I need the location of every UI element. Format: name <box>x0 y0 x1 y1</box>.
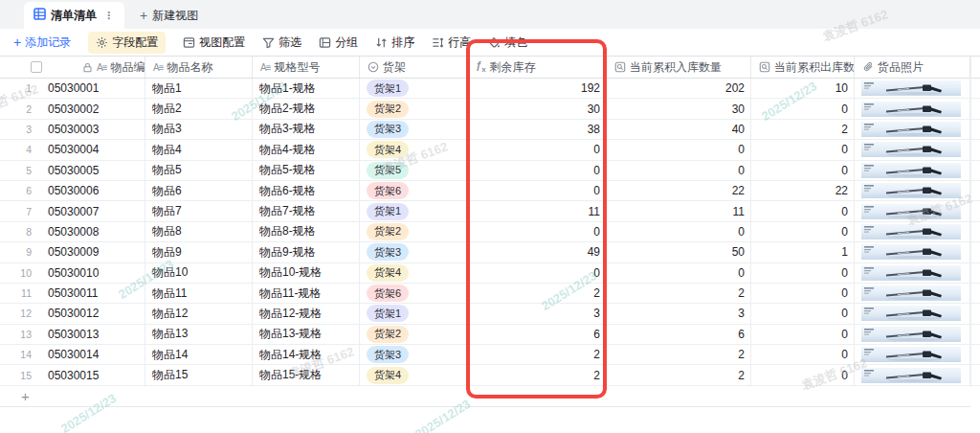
row-number[interactable]: 7 <box>0 206 32 217</box>
row-number[interactable]: 11 <box>0 287 32 299</box>
cell-spec[interactable]: 物品5-规格 <box>253 161 360 180</box>
cell-outbound-total[interactable]: 0 <box>751 99 855 118</box>
column-header-3[interactable]: A≡规格型号 <box>253 57 360 78</box>
cell-product-photo[interactable] <box>855 201 970 220</box>
product-photo-thumbnail[interactable] <box>861 183 961 198</box>
cell-remaining-stock[interactable]: 2 <box>468 284 607 303</box>
filter-button[interactable]: 筛选 <box>262 34 301 51</box>
cell-spec[interactable]: 物品8-规格 <box>253 222 360 241</box>
cell-product-photo[interactable] <box>855 140 970 159</box>
cell-remaining-stock[interactable]: 3 <box>468 304 607 323</box>
cell-outbound-total[interactable]: 0 <box>751 304 855 323</box>
product-photo-thumbnail[interactable] <box>861 142 961 157</box>
cell-outbound-total[interactable]: 0 <box>751 325 855 344</box>
cell-item-name[interactable]: 物品5 <box>145 161 253 180</box>
cell-outbound-total[interactable]: 0 <box>751 140 855 159</box>
cell-shelf[interactable]: 货架3 <box>360 120 468 139</box>
select-all-checkbox[interactable] <box>31 61 42 73</box>
cell-item-name[interactable]: 物品7 <box>145 201 253 220</box>
cell-spec[interactable]: 物品14-规格 <box>253 345 360 364</box>
product-photo-thumbnail[interactable] <box>861 327 961 342</box>
product-photo-thumbnail[interactable] <box>861 347 961 362</box>
add-row[interactable]: + <box>0 386 970 407</box>
row-number[interactable]: 2 <box>0 103 32 115</box>
cell-item-code[interactable]: 805030008 <box>0 222 145 241</box>
cell-product-photo[interactable] <box>855 79 970 98</box>
cell-outbound-total[interactable]: 0 <box>751 365 855 384</box>
fill-color-button[interactable]: 填色 <box>488 34 527 51</box>
cell-remaining-stock[interactable]: 0 <box>468 263 607 283</box>
cell-outbound-total[interactable]: 0 <box>751 345 855 364</box>
row-number[interactable]: 13 <box>0 329 32 340</box>
cell-inbound-total[interactable]: 2 <box>607 284 751 303</box>
product-photo-thumbnail[interactable] <box>861 306 961 321</box>
cell-inbound-total[interactable]: 0 <box>607 140 751 159</box>
cell-item-code[interactable]: 1305030013 <box>0 325 145 344</box>
cell-spec[interactable]: 物品10-规格 <box>253 263 360 283</box>
cell-remaining-stock[interactable]: 2 <box>468 365 607 384</box>
cell-item-code[interactable]: 1405030014 <box>0 345 145 364</box>
cell-item-code[interactable]: 705030007 <box>0 201 145 220</box>
cell-product-photo[interactable] <box>855 284 970 303</box>
cell-inbound-total[interactable]: 30 <box>607 99 751 118</box>
cell-remaining-stock[interactable]: 0 <box>468 181 607 200</box>
row-number[interactable]: 12 <box>0 308 32 319</box>
cell-shelf[interactable]: 货架3 <box>360 345 468 364</box>
cell-remaining-stock[interactable]: 192 <box>468 79 607 98</box>
cell-inbound-total[interactable]: 50 <box>607 242 751 262</box>
cell-spec[interactable]: 物品2-规格 <box>253 99 360 118</box>
cell-spec[interactable]: 物品12-规格 <box>253 304 360 323</box>
row-height-button[interactable]: 行高 <box>432 34 471 51</box>
cell-item-code[interactable]: 1105030011 <box>0 284 145 303</box>
cell-remaining-stock[interactable]: 11 <box>468 201 607 220</box>
cell-item-name[interactable]: 物品4 <box>145 140 253 159</box>
cell-item-name[interactable]: 物品12 <box>145 304 253 323</box>
row-number[interactable]: 9 <box>0 246 32 258</box>
cell-item-code[interactable]: 505030005 <box>0 161 145 180</box>
cell-product-photo[interactable] <box>855 181 970 200</box>
tab-more-icon[interactable]: ⋮ <box>101 10 117 22</box>
sort-button[interactable]: 排序 <box>375 34 414 51</box>
cell-shelf[interactable]: 货架6 <box>360 181 468 200</box>
cell-shelf[interactable]: 货架1 <box>360 201 468 220</box>
cell-outbound-total[interactable]: 10 <box>751 79 855 98</box>
new-view-button[interactable]: + 新建视图 <box>140 2 198 29</box>
cell-inbound-total[interactable]: 40 <box>607 120 751 139</box>
cell-product-photo[interactable] <box>855 99 970 118</box>
product-photo-thumbnail[interactable] <box>861 102 961 117</box>
product-photo-thumbnail[interactable] <box>861 285 961 301</box>
cell-spec[interactable]: 物品4-规格 <box>253 140 360 159</box>
cell-item-name[interactable]: 物品3 <box>145 120 253 139</box>
row-number[interactable]: 5 <box>0 165 32 176</box>
cell-product-photo[interactable] <box>855 345 970 364</box>
cell-outbound-total[interactable]: 22 <box>751 181 855 200</box>
tab-list-view[interactable]: 清单清单 ⋮ <box>24 2 124 29</box>
cell-item-name[interactable]: 物品8 <box>145 222 253 241</box>
cell-remaining-stock[interactable]: 0 <box>468 161 607 180</box>
cell-remaining-stock[interactable]: 0 <box>468 222 607 241</box>
cell-item-code[interactable]: 605030006 <box>0 181 145 200</box>
cell-remaining-stock[interactable]: 2 <box>468 345 607 364</box>
cell-outbound-total[interactable]: 2 <box>751 120 855 139</box>
field-config-button[interactable]: 字段配置 <box>88 32 166 54</box>
row-number[interactable]: 4 <box>0 144 32 155</box>
cell-spec[interactable]: 物品13-规格 <box>253 325 360 344</box>
cell-outbound-total[interactable]: 0 <box>751 161 855 180</box>
product-photo-thumbnail[interactable] <box>861 368 961 383</box>
cell-outbound-total[interactable]: 0 <box>751 263 855 283</box>
cell-item-code[interactable]: 905030009 <box>0 242 145 262</box>
cell-inbound-total[interactable]: 202 <box>607 79 751 98</box>
cell-inbound-total[interactable]: 2 <box>607 345 751 364</box>
cell-remaining-stock[interactable]: 38 <box>468 120 607 139</box>
cell-item-code[interactable]: 305030003 <box>0 120 145 139</box>
cell-inbound-total[interactable]: 11 <box>607 201 751 220</box>
column-header-4[interactable]: 货架 <box>360 57 468 78</box>
cell-outbound-total[interactable]: 0 <box>751 222 855 241</box>
cell-remaining-stock[interactable]: 30 <box>468 99 607 118</box>
cell-inbound-total[interactable]: 2 <box>607 365 751 384</box>
cell-shelf[interactable]: 货架1 <box>360 79 468 98</box>
cell-product-photo[interactable] <box>855 263 970 283</box>
cell-outbound-total[interactable]: 0 <box>751 284 855 303</box>
cell-spec[interactable]: 物品1-规格 <box>253 79 360 98</box>
column-header-7[interactable]: 当前累积出库数量 <box>751 57 855 78</box>
